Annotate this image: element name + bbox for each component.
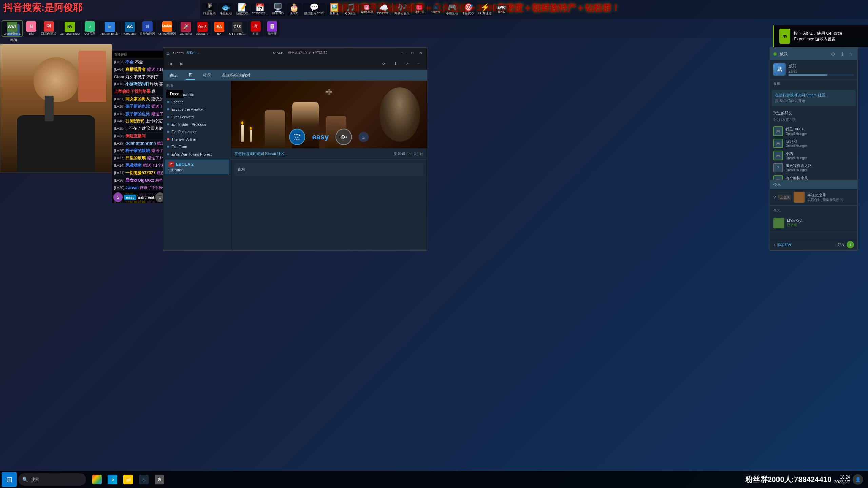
shortcut-youdao[interactable]: 有 有道 <box>248 21 263 37</box>
steam-sidebar-ever-forward[interactable]: Ever Forward <box>163 113 231 121</box>
steam-menu-community[interactable]: 社区 <box>200 71 214 80</box>
tray-zhounianjinian[interactable]: 🎂 四周年 <box>287 3 302 16</box>
steam-share-button[interactable]: ↗ <box>402 60 412 67</box>
geforce-notification: NV 按下 Alt+Z，使用 GeForce Experience 游戏内覆盖 <box>773 25 868 47</box>
steam-shift-tab-hint: 按 Shift+Tab 以开始 <box>394 151 423 156</box>
add-friend-plus-button[interactable]: + <box>847 241 854 248</box>
tray-qqgame[interactable]: 🎯 我的QQ <box>460 3 476 16</box>
steam-forward-button[interactable]: ▶ <box>177 60 186 67</box>
steam-store-status-box: 在进行游戏时访问 Steam 社区... 按 Shift+Tab 以开始 <box>772 90 856 106</box>
steam-sidebar-ewe[interactable]: EWE War Towns Project <box>163 150 231 158</box>
taskbar-app-settings[interactable]: ⚙ <box>152 472 167 487</box>
tray-epic[interactable]: EPIC EPIC <box>494 5 509 14</box>
friends-favorite-button[interactable]: ☆ <box>847 50 854 57</box>
tray-xiaopei[interactable]: 🎮 小佩互动 <box>444 3 460 16</box>
shortcut-choukaqi[interactable]: 🃏 抽卡器 <box>264 21 280 37</box>
edge-icon: e <box>108 475 117 484</box>
steam-close-button[interactable]: ✕ <box>417 49 424 56</box>
steam-sidebar-exit-from[interactable]: Exit From <box>163 143 231 150</box>
shortcut-mumu[interactable]: MuMu MuMu模拟器 <box>157 21 177 37</box>
tray-xiaohongshu[interactable]: 红 小红书 <box>412 4 427 15</box>
geforce-notification-text: 按下 Alt+Z，使用 GeForce Experience 游戏内覆盖 <box>794 30 863 42</box>
taskbar-top: 📱 抖音互动 🐟 斗鱼互动 📝 新建文档 📅 20200523... 🖥️ 89… <box>200 0 868 19</box>
steam-sidebar-escape-ayuwoki[interactable]: Escape the Ayuwoki <box>163 106 231 113</box>
friend-item-2[interactable]: 🎮 小猫 Dread Hunger <box>773 149 854 162</box>
tray-3322[interactable]: ☁️ 3332222... <box>375 3 393 16</box>
steam-menu-store[interactable]: 商店 <box>167 71 181 80</box>
shortcut-obssamf[interactable]: ObsS ObsSamF <box>194 21 211 36</box>
shortcut-qqmusic[interactable]: ♪ QQ音乐 <box>82 21 98 37</box>
steam-status-row: 在进行游戏时访问 Steam 社区... 按 Shift+Tab 以开始 <box>231 148 427 159</box>
tray-xinfengmian[interactable]: 🖼️ 新封面 <box>327 3 342 16</box>
candle-left <box>241 121 244 142</box>
taskbar-time: 18:24 2023/8/7 <box>834 475 850 484</box>
friend-name-1: 我37秒 <box>786 139 854 144</box>
shortcut-nvidia[interactable]: NV GeForce Experience <box>58 21 81 36</box>
friend-item-0[interactable]: 🎮 我已1000+. Dread Hunger <box>773 125 854 137</box>
shortcut-ie[interactable]: e Internet Explorer <box>98 21 121 36</box>
steam-reload-button[interactable]: ⟳ <box>379 60 389 67</box>
user-avatar-taskbar[interactable]: 👤 <box>853 474 863 485</box>
tray-bili[interactable]: B 哔哩哔哩 <box>359 4 375 15</box>
chat-convo-2[interactable]: MYarXryL 已达成 <box>770 215 857 231</box>
tray-douyu[interactable]: 🐟 斗鱼互动 <box>218 3 234 16</box>
tray-steam[interactable]: ♨ Steam <box>428 5 443 14</box>
tray-date1[interactable]: 📅 20200523... <box>251 3 270 16</box>
taskbar-right: 粉丝群2000人:788424410 18:24 2023/8/7 👤 <box>745 474 866 485</box>
shortcut-launcher[interactable]: 🚀 Launcher <box>178 21 194 36</box>
tray-uujiasuer[interactable]: ⚡ UU加速器 <box>477 3 493 16</box>
chat-preview-1: 以后合并, 聚集亲民所武 <box>807 198 854 202</box>
start-button[interactable]: ⊞ <box>2 472 17 487</box>
shortcut-bili[interactable]: B B站 <box>23 21 39 37</box>
tray-qqmusic[interactable]: 🎵 QQ音乐 <box>343 3 358 16</box>
steam-menu-library[interactable]: 库 <box>186 71 195 80</box>
ebola-label: EBOLA 2 <box>176 162 194 167</box>
tray-doc[interactable]: 📝 新建文档 <box>234 3 250 16</box>
steam-sidebar-dot <box>167 101 169 103</box>
shortcut-wangyijianban[interactable]: 网 网易自建版 <box>40 21 58 37</box>
shortcut-ea[interactable]: EA EA <box>212 21 227 36</box>
steam-sidebar-evil-inside[interactable]: Evil Inside - Prologue <box>163 121 231 128</box>
settings-taskbar-icon: ⚙ <box>155 475 164 484</box>
ebola-sub-label: Education <box>169 168 225 172</box>
search-bar[interactable]: 🔍 搜索 <box>18 473 86 486</box>
tray-size[interactable]: 🖥️ 899x500 <box>270 3 286 16</box>
steam-title-text: Steam <box>173 51 184 55</box>
steam-titlebar: ♨ Steam 获取中... 515419 绿色爸爸说的对 ▾ ¥763.72 … <box>163 48 427 58</box>
steam-sidebar-dot <box>167 138 169 140</box>
shortcut-wegame[interactable]: WG WeGame <box>122 21 138 36</box>
tray-douyin[interactable]: 📱 抖音互动 <box>202 3 217 16</box>
friends-settings-button[interactable]: ⚙ <box>830 50 836 57</box>
taskbar-app-explorer[interactable]: 📁 <box>121 472 136 487</box>
geforce-logo: NV <box>779 29 790 44</box>
tray-wechat[interactable]: 💬 微信图片 20220606... <box>303 3 326 16</box>
taskbar-app-chrome[interactable] <box>90 472 104 487</box>
steam-game-area: 食粮 <box>231 159 427 181</box>
char1 <box>265 110 285 148</box>
shortcut-leishen[interactable]: 雷 雷神加速器 <box>138 21 156 37</box>
steam-nav-btn-2[interactable]: ⬇ <box>391 60 400 67</box>
friends-info-button[interactable]: ℹ <box>839 50 845 57</box>
steam-sidebar-escape[interactable]: Escape <box>163 98 231 106</box>
taskbar-app-edge[interactable]: e <box>105 472 120 487</box>
friend-item-1[interactable]: 🎮 我37秒 Dread Hunger <box>773 137 854 149</box>
steam-nav-controls[interactable]: ⋯ <box>414 60 424 67</box>
steam-menu-custom[interactable]: 观众爸爸说的对 <box>219 71 253 80</box>
steam-sidebar-evil-possession[interactable]: Evil Possession <box>163 128 231 136</box>
steam-back-button[interactable]: ◀ <box>166 60 175 67</box>
steam-user-section: 威 威武 23/25 <box>770 60 857 79</box>
steam-sidebar-evil-within[interactable]: The Evil Within <box>163 136 231 143</box>
shortcut-obs[interactable]: OBS OBS Studi... <box>228 21 248 36</box>
friend-game-3: Dread Hunger <box>786 168 854 172</box>
add-friend-button[interactable]: + 添加朋友 <box>773 242 792 247</box>
shortcut-worldwar[interactable]: WWZ World War Z <box>2 20 23 37</box>
ebola-icon: E <box>169 162 174 167</box>
steam-maximize-button[interactable]: □ <box>409 49 416 56</box>
steam-sidebar-ebola[interactable]: E EBOLA 2 Education <box>165 160 229 174</box>
chat-convo-1[interactable]: ? 已达成 泰祖龙之号 以后合并, 聚集亲民所武 <box>770 189 857 206</box>
friend-item-3[interactable]: ? 黑走我喜欢之路 Dread Hunger <box>773 162 854 174</box>
steam-minimize-button[interactable]: — <box>401 49 408 56</box>
taskbar-app-steam[interactable]: ♨ <box>136 472 151 487</box>
tray-wangyiyun[interactable]: 🎶 网易云音乐 <box>393 3 411 16</box>
friend-name-0: 我已1000+. <box>786 127 854 132</box>
